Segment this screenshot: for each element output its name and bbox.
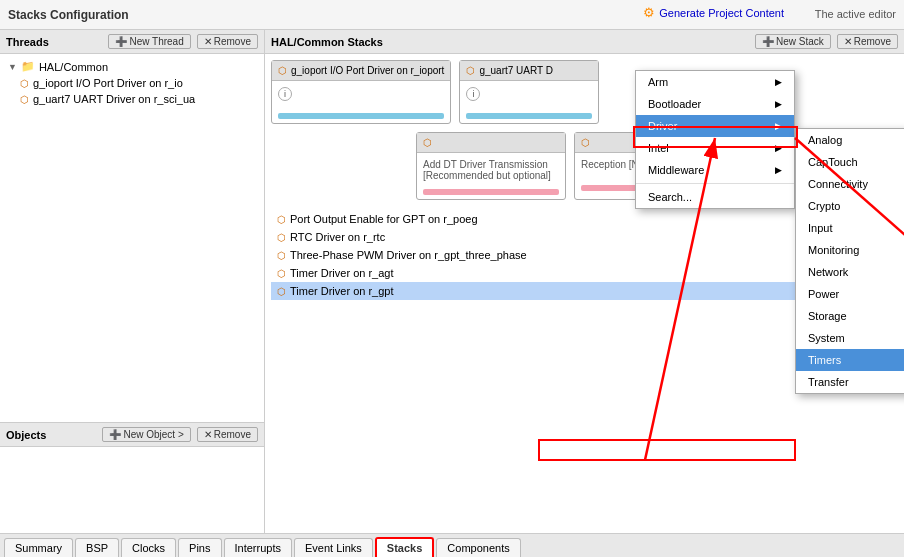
tree-root-item[interactable]: ▼ 📁 HAL/Common [4,58,260,75]
menu-separator [636,183,794,184]
menu-item-search[interactable]: Search... [636,186,794,208]
objects-title: Objects [6,429,46,441]
submenu-arrow-icon: ▶ [775,121,782,131]
submenu-arrow-icon: ▶ [775,77,782,87]
stack-card-header: ⬡ [417,133,565,153]
stack-card-tx[interactable]: ⬡ Add DT Driver Transmission [Recommende… [416,132,566,200]
stack-card-header: ⬡ g_ioport I/O Port Driver on r_ioport [272,61,450,81]
component-icon: ⬡ [20,94,29,105]
stack-card-body: Add DT Driver Transmission [Recommended … [417,153,565,187]
objects-header: Objects ➕ New Object > ✕ Remove [0,423,264,447]
stack-card-uart[interactable]: ⬡ g_uart7 UART D i [459,60,599,124]
component-icon: ⬡ [278,65,287,76]
component-icon: ⬡ [277,286,286,297]
submenu-item-captouch[interactable]: CapTouch ▶ [796,151,904,173]
submenu-arrow-icon: ▶ [775,165,782,175]
bottom-tabs: Summary BSP Clocks Pins Interrupts Event… [0,533,904,557]
page-title: Stacks Configuration [8,8,129,22]
submenu-item-power[interactable]: Power ▶ [796,283,904,305]
component-icon: ⬡ [277,250,286,261]
objects-section: Objects ➕ New Object > ✕ Remove [0,423,264,533]
threads-title: Threads [6,36,49,48]
main-layout: Threads ➕ New Thread ✕ Remove ▼ 📁 HA [0,30,904,533]
folder-icon: 📁 [21,60,35,73]
submenu-item-timers[interactable]: Timers ▶ [796,349,904,371]
tab-pins[interactable]: Pins [178,538,221,557]
remove-thread-btn[interactable]: ✕ Remove [197,34,258,49]
tab-bsp[interactable]: BSP [75,538,119,557]
remove-object-btn[interactable]: ✕ Remove [197,427,258,442]
add-icon: ➕ [109,429,121,440]
component-icon: ⬡ [20,78,29,89]
right-panel: HAL/Common Stacks ➕ New Stack ✕ Remove ⬡ [265,30,904,533]
objects-tree [0,447,264,533]
expand-arrow-icon: ▼ [8,62,17,72]
new-stack-btn[interactable]: ➕ New Stack [755,34,831,49]
stack-card-bar-pink [423,189,559,195]
add-icon: ➕ [762,36,774,47]
menu-item-arm[interactable]: Arm ▶ [636,71,794,93]
submenu-arrow-icon: ▶ [775,143,782,153]
submenu-item-network[interactable]: Network ▶ [796,261,904,283]
info-icon[interactable]: i [466,87,480,101]
submenu-item-crypto[interactable]: Crypto ▶ [796,195,904,217]
stack-card-body: i [272,81,450,111]
generate-project-btn[interactable]: ⚙ Generate Project Content [643,5,784,20]
objects-actions: ➕ New Object > ✕ Remove [102,427,258,442]
threads-header: Threads ➕ New Thread ✕ Remove [0,30,264,54]
submenu-item-input[interactable]: Input ▶ [796,217,904,239]
info-icon[interactable]: i [278,87,292,101]
top-bar: Stacks Configuration ⚙ Generate Project … [0,0,904,30]
tree-child-item[interactable]: ⬡ g_ioport I/O Port Driver on r_io [16,75,260,91]
menu-item-middleware[interactable]: Middleware ▶ [636,159,794,181]
submenu-item-connectivity[interactable]: Connectivity ▶ [796,173,904,195]
stack-card-body: i [460,81,598,111]
menu-item-bootloader[interactable]: Bootloader ▶ [636,93,794,115]
submenu-arrow-icon: ▶ [775,99,782,109]
tree-child-item[interactable]: ⬡ g_uart7 UART Driver on r_sci_ua [16,91,260,107]
tab-summary[interactable]: Summary [4,538,73,557]
remove-icon: ✕ [844,36,852,47]
new-thread-btn[interactable]: ➕ New Thread [108,34,190,49]
menu-item-driver[interactable]: Driver ▶ [636,115,794,137]
tab-interrupts[interactable]: Interrupts [224,538,292,557]
tab-event-links[interactable]: Event Links [294,538,373,557]
submenu-item-analog[interactable]: Analog ▶ [796,129,904,151]
threads-actions: ➕ New Thread ✕ Remove [108,34,258,49]
submenu-item-system[interactable]: System ▶ [796,327,904,349]
component-icon: ⬡ [581,137,590,148]
stacks-title: HAL/Common Stacks [271,36,383,48]
component-icon: ⬡ [423,137,432,148]
tab-stacks[interactable]: Stacks [375,537,434,557]
left-panel: Threads ➕ New Thread ✕ Remove ▼ 📁 HA [0,30,265,533]
context-menu: Arm ▶ Bootloader ▶ Driver ▶ Intel ▶ Midd… [635,70,795,209]
stack-card-header: ⬡ g_uart7 UART D [460,61,598,81]
stacks-header: HAL/Common Stacks ➕ New Stack ✕ Remove [265,30,904,54]
gear-icon: ⚙ [643,5,655,20]
remove-stack-btn[interactable]: ✕ Remove [837,34,898,49]
new-object-btn[interactable]: ➕ New Object > [102,427,190,442]
tree-children: ⬡ g_ioport I/O Port Driver on r_io ⬡ g_u… [4,75,260,107]
component-icon: ⬡ [466,65,475,76]
stacks-actions: ➕ New Stack ✕ Remove [755,34,898,49]
stack-card-bar [278,113,444,119]
stack-card-bar [466,113,592,119]
threads-tree: ▼ 📁 HAL/Common ⬡ g_ioport I/O Port Drive… [0,54,264,422]
component-icon: ⬡ [277,214,286,225]
tab-components[interactable]: Components [436,538,520,557]
driver-submenu: Analog ▶ CapTouch ▶ Connectivity ▶ Crypt… [795,128,904,394]
submenu-item-monitoring[interactable]: Monitoring ▶ [796,239,904,261]
component-icon: ⬡ [277,232,286,243]
menu-item-intel[interactable]: Intel ▶ [636,137,794,159]
tab-clocks[interactable]: Clocks [121,538,176,557]
component-icon: ⬡ [277,268,286,279]
submenu-item-transfer[interactable]: Transfer ▶ [796,371,904,393]
submenu-item-storage[interactable]: Storage ▶ [796,305,904,327]
active-editor-label: The active editor [815,8,896,20]
remove-icon: ✕ [204,36,212,47]
remove-icon: ✕ [204,429,212,440]
stack-cards-row: ⬡ g_ioport I/O Port Driver on r_ioport i… [271,60,898,124]
threads-section: Threads ➕ New Thread ✕ Remove ▼ 📁 HA [0,30,264,423]
add-icon: ➕ [115,36,127,47]
stack-card-ioport[interactable]: ⬡ g_ioport I/O Port Driver on r_ioport i [271,60,451,124]
